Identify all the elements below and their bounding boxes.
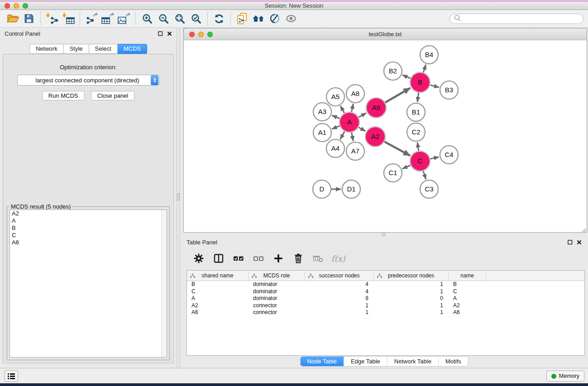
copy-network-icon[interactable] — [234, 11, 250, 26]
result-scrollbar[interactable] — [161, 210, 167, 357]
float-panel-icon[interactable] — [158, 31, 163, 37]
result-item[interactable]: A6 — [10, 239, 167, 246]
tab-select[interactable]: Select — [89, 44, 118, 54]
zoom-selected-icon[interactable] — [188, 11, 204, 26]
cell-shared-name[interactable]: A2 — [187, 302, 249, 310]
network-overview-icon[interactable] — [250, 11, 267, 26]
node-B3[interactable]: B3 — [440, 81, 458, 99]
node-C2[interactable]: C2 — [407, 123, 425, 141]
cell-MCDS-role[interactable]: dominator — [249, 288, 305, 295]
cell-predecessor-nodes[interactable]: 1 — [374, 281, 449, 288]
vertical-splitter[interactable] — [177, 28, 180, 368]
cell-shared-name[interactable]: B — [187, 281, 249, 288]
node-B4[interactable]: B4 — [420, 46, 438, 64]
result-item[interactable]: A — [10, 217, 167, 224]
close-panel-icon[interactable] — [576, 239, 582, 245]
delete-table-icon[interactable] — [311, 252, 325, 265]
tab-network-table[interactable]: Network Table — [387, 357, 438, 366]
table-row[interactable]: Cdominator41C — [187, 288, 584, 295]
node-B[interactable]: B — [410, 72, 430, 92]
cell-successor-nodes[interactable]: 4 — [305, 288, 374, 295]
float-panel-icon[interactable] — [567, 239, 573, 245]
split-view-icon[interactable] — [212, 252, 225, 265]
mcds-result-list[interactable]: A2ABCA6 — [10, 210, 167, 357]
search-field[interactable] — [449, 14, 583, 24]
tab-edge-table[interactable]: Edge Table — [344, 357, 387, 366]
node-C3[interactable]: C3 — [420, 180, 438, 198]
node-B2[interactable]: B2 — [384, 62, 402, 80]
cell-shared-name[interactable]: A — [187, 295, 249, 302]
cell-successor-nodes[interactable]: 8 — [305, 295, 374, 302]
zoom-fit-icon[interactable] — [172, 11, 188, 26]
resize-grip-icon[interactable] — [581, 226, 586, 232]
node-A1[interactable]: A1 — [313, 124, 331, 142]
table-row[interactable]: Adominator80A — [187, 295, 584, 302]
close-panel-icon[interactable] — [167, 31, 172, 37]
save-session-icon[interactable] — [21, 11, 37, 26]
cell-shared-name[interactable]: A6 — [187, 309, 249, 316]
cell-name[interactable]: A2 — [449, 302, 486, 310]
node-A3[interactable]: A3 — [313, 103, 331, 121]
result-item[interactable]: C — [10, 232, 167, 239]
cell-MCDS-role[interactable]: connector — [249, 302, 305, 310]
node-C4[interactable]: C4 — [440, 146, 458, 164]
cell-name[interactable]: A6 — [449, 309, 486, 316]
tab-motifs[interactable]: Motifs — [438, 357, 468, 366]
node-C1[interactable]: C1 — [384, 164, 402, 182]
import-network-icon[interactable] — [44, 11, 60, 26]
cell-predecessor-nodes[interactable]: 1 — [374, 288, 449, 295]
column-header-MCDS-role[interactable]: MCDS role — [249, 271, 305, 281]
node-A5[interactable]: A5 — [326, 88, 344, 106]
import-table-icon[interactable] — [60, 11, 76, 26]
open-session-icon[interactable] — [5, 11, 21, 26]
zoom-in-icon[interactable] — [139, 11, 155, 26]
table-row[interactable]: Bdominator41B — [187, 281, 584, 288]
tab-mcds[interactable]: MCDS — [118, 44, 147, 54]
export-network-icon[interactable] — [83, 11, 100, 26]
node-A7[interactable]: A7 — [346, 142, 364, 160]
close-panel-button[interactable]: Close panel — [91, 91, 135, 100]
cell-name[interactable]: B — [449, 281, 486, 288]
column-header-successor-nodes[interactable]: successor nodes — [305, 271, 374, 281]
node-A2[interactable]: A2 — [365, 127, 385, 147]
column-header-name[interactable]: name — [449, 271, 486, 281]
splitter-grip[interactable] — [177, 193, 180, 200]
table-row[interactable]: A6connector11A6 — [187, 309, 584, 316]
vizmap-preview-icon[interactable] — [267, 11, 283, 26]
network-canvas[interactable]: A A1 A2 A3 A4 A5 A6 A7 A8 B B1 B2 B3 — [184, 40, 587, 232]
node-A4[interactable]: A4 — [326, 139, 344, 157]
graphics-details-icon[interactable] — [283, 11, 299, 26]
cell-predecessor-nodes[interactable]: 1 — [374, 302, 449, 310]
node-A8[interactable]: A8 — [346, 85, 364, 103]
cell-predecessor-nodes[interactable]: 1 — [374, 309, 449, 316]
cell-MCDS-role[interactable]: connector — [249, 309, 305, 316]
search-input[interactable] — [461, 15, 579, 22]
cell-name[interactable]: A — [449, 295, 486, 302]
cell-successor-nodes[interactable]: 1 — [305, 309, 374, 316]
function-builder-button[interactable]: f(x) — [331, 254, 345, 263]
select-all-icon[interactable] — [232, 252, 245, 265]
tab-style[interactable]: Style — [64, 44, 89, 54]
settings-icon[interactable] — [192, 252, 206, 265]
result-item[interactable]: B — [10, 224, 167, 232]
criterion-dropdown[interactable]: largest connected component (directed) — [17, 75, 159, 86]
cell-MCDS-role[interactable]: dominator — [249, 281, 305, 288]
network-titlebar[interactable]: testGlobe.txt — [184, 29, 587, 40]
add-row-icon[interactable] — [272, 252, 285, 265]
task-history-button[interactable] — [5, 370, 18, 382]
deselect-all-icon[interactable] — [252, 252, 265, 265]
cell-name[interactable]: C — [449, 288, 486, 295]
tab-network[interactable]: Network — [29, 44, 64, 54]
column-header-predecessor-nodes[interactable]: predecessor nodes — [374, 271, 449, 281]
column-header-shared-name[interactable]: shared name — [187, 271, 249, 281]
node-C[interactable]: C — [410, 151, 430, 171]
cell-successor-nodes[interactable]: 1 — [305, 302, 374, 310]
cell-predecessor-nodes[interactable]: 0 — [374, 295, 449, 302]
run-mcds-button[interactable]: Run MCDS — [42, 91, 85, 100]
result-item[interactable]: A2 — [10, 210, 167, 217]
node-D1[interactable]: D1 — [342, 180, 360, 198]
node-A6[interactable]: A6 — [366, 98, 386, 118]
node-B1[interactable]: B1 — [407, 103, 425, 121]
export-table-icon[interactable] — [100, 11, 116, 26]
splitter-grip[interactable] — [382, 233, 385, 236]
